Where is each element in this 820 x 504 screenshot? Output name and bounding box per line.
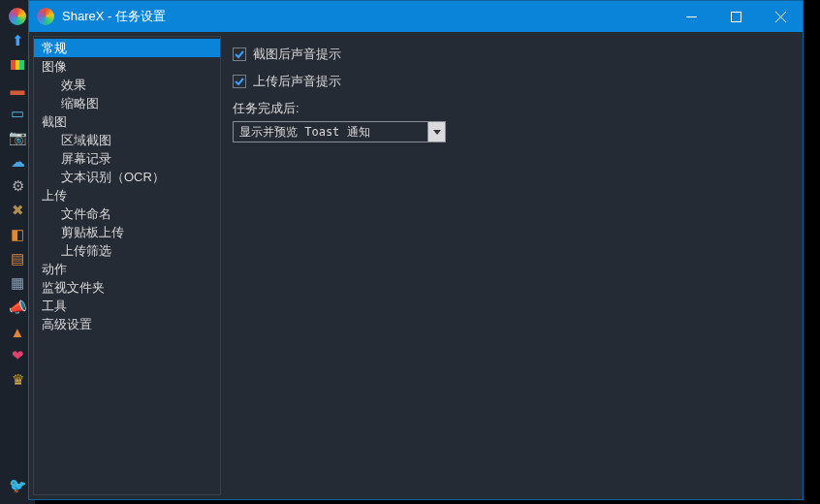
settings-content-panel: 截图后声音提示 上传后声音提示 任务完成后: 显示并预览 Toast 通知 (221, 32, 803, 499)
tree-item[interactable]: 图像 (34, 57, 220, 76)
checkbox-label: 上传后声音提示 (253, 73, 341, 90)
camera-icon[interactable]: 📷 (7, 129, 28, 146)
maximize-button[interactable] (713, 1, 758, 32)
megaphone-icon[interactable]: 📣 (7, 299, 28, 316)
tree-item[interactable]: 区域截图 (34, 131, 220, 149)
tree-item[interactable]: 文本识别（OCR） (34, 168, 220, 186)
right-margin (804, 0, 820, 504)
tree-item[interactable]: 截图 (34, 112, 220, 131)
home-icon[interactable]: ⬆ (7, 32, 28, 49)
tree-item[interactable]: 剪贴板上传 (34, 223, 220, 241)
cloud-icon[interactable]: ☁ (7, 153, 28, 171)
play-sound-after-capture-checkbox[interactable]: 截图后声音提示 (233, 46, 791, 63)
tree-item[interactable]: 屏幕记录 (34, 149, 220, 168)
checkbox-icon (233, 47, 246, 61)
tree-item[interactable]: 监视文件夹 (34, 278, 220, 297)
tree-item[interactable]: 动作 (34, 260, 220, 278)
gear-icon[interactable]: ⚙ (7, 177, 28, 195)
tree-item[interactable]: 效果 (34, 76, 220, 94)
app-icon (37, 8, 54, 25)
after-task-dropdown[interactable]: 显示并预览 Toast 通知 (233, 121, 446, 142)
tree-item[interactable]: 常规 (34, 39, 220, 57)
titlebar: ShareX - 任务设置 (29, 1, 803, 32)
checkbox-icon (233, 75, 246, 88)
tree-item[interactable]: 高级设置 (34, 315, 220, 333)
layers-icon[interactable]: ▦ (7, 274, 28, 292)
logo-icon[interactable] (9, 8, 26, 25)
chevron-down-icon (427, 122, 445, 142)
svg-marker-4 (433, 130, 441, 135)
settings-window: ShareX - 任务设置 常规图像效果缩略图截图区域截图屏幕记录文本识别（OC… (28, 0, 804, 500)
dropdown-value: 显示并预览 Toast 通知 (234, 124, 427, 141)
color-icon[interactable]: ◧ (7, 226, 28, 243)
window-body: 常规图像效果缩略图截图区域截图屏幕记录文本识别（OCR）上传文件命名剪贴板上传上… (29, 32, 803, 499)
wrench-icon[interactable]: ✖ (7, 202, 28, 219)
svg-rect-1 (731, 12, 741, 21)
play-sound-after-upload-checkbox[interactable]: 上传后声音提示 (233, 73, 791, 90)
crown-icon[interactable]: ♛ (7, 371, 28, 389)
window-title: ShareX - 任务设置 (62, 8, 166, 25)
twitter-icon[interactable]: 🐦 (7, 477, 28, 494)
tree-item[interactable]: 文件命名 (34, 205, 220, 223)
after-task-label: 任务完成后: (233, 100, 791, 117)
news-icon[interactable]: ▤ (7, 250, 28, 268)
tree-item[interactable]: 工具 (34, 297, 220, 315)
tree-item[interactable]: 缩略图 (34, 94, 220, 112)
heart-icon[interactable]: ❤ (7, 347, 28, 364)
minimize-button[interactable] (669, 1, 713, 32)
close-button[interactable] (758, 1, 803, 32)
window-icon[interactable]: ▭ (7, 105, 28, 122)
checkbox-label: 截图后声音提示 (253, 46, 341, 63)
settings-tree[interactable]: 常规图像效果缩略图截图区域截图屏幕记录文本识别（OCR）上传文件命名剪贴板上传上… (33, 36, 221, 495)
grid-icon[interactable] (7, 56, 28, 74)
traffic-icon[interactable]: ▲ (7, 323, 28, 340)
briefcase-icon[interactable]: ▬ (7, 80, 28, 98)
tree-item[interactable]: 上传 (34, 186, 220, 205)
tree-item[interactable]: 上传筛选 (34, 241, 220, 260)
